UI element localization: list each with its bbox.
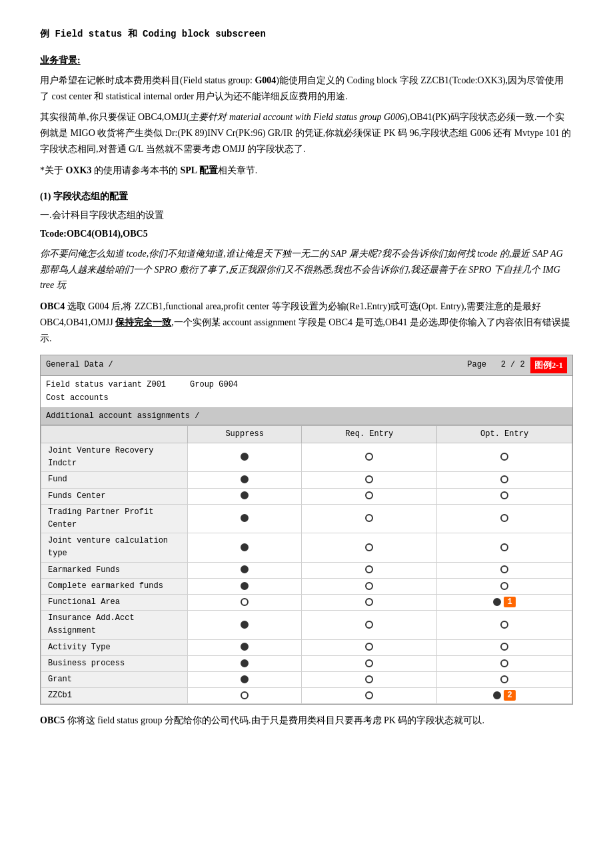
footer-para: OBC5 你将这 field status group 分配给你的公司代码.由于… xyxy=(40,713,573,729)
radio-opt-entry[interactable] xyxy=(437,639,572,655)
field-status-table: Suppress Req. Entry Opt. Entry Joint Ven… xyxy=(41,425,572,704)
row-label: Activity Type xyxy=(41,639,188,655)
table-row: Trading Partner Profit Center xyxy=(41,504,572,533)
badge-number-2: 2 xyxy=(504,690,515,701)
radio-req-entry[interactable] xyxy=(302,655,437,671)
radio-filled-icon xyxy=(241,491,249,499)
radio-opt-entry[interactable] xyxy=(437,533,572,562)
radio-suppress[interactable] xyxy=(188,688,302,704)
radio-opt-entry[interactable] xyxy=(437,611,572,639)
radio-opt-entry[interactable] xyxy=(437,562,572,578)
radio-opt-entry[interactable] xyxy=(437,488,572,504)
table-row: Functional Area1 xyxy=(41,594,572,610)
radio-opt-entry[interactable] xyxy=(437,443,572,472)
radio-empty-icon xyxy=(500,582,508,590)
table-row: Activity Type xyxy=(41,639,572,655)
para-2: 其实很简单,你只要保证 OBC4,OMJJ(主要针对 material acco… xyxy=(40,109,573,157)
radio-empty-icon xyxy=(500,475,508,483)
radio-suppress[interactable] xyxy=(188,443,302,472)
radio-empty-icon xyxy=(365,475,373,483)
radio-opt-entry[interactable] xyxy=(437,578,572,594)
radio-suppress[interactable] xyxy=(188,655,302,671)
sap-tab-additional: Additional account assignments / xyxy=(41,408,572,425)
radio-opt-entry[interactable] xyxy=(437,504,572,533)
col-header-opt-entry: Opt. Entry xyxy=(437,425,572,443)
radio-filled-icon xyxy=(493,691,501,699)
radio-filled-icon xyxy=(241,475,249,483)
radio-empty-icon xyxy=(365,691,373,699)
radio-opt-entry[interactable]: 1 xyxy=(437,594,572,610)
italic-para-1: 你不要问俺怎么知道 tcode,你们不知道俺知道,谁让俺是天下独一无二的 SAP… xyxy=(40,246,573,293)
radio-req-entry[interactable] xyxy=(302,533,437,562)
cost-accounts-line: Cost accounts xyxy=(46,392,567,405)
radio-opt-entry[interactable] xyxy=(437,671,572,687)
row-label: Funds Center xyxy=(41,488,188,504)
radio-opt-entry[interactable] xyxy=(437,472,572,488)
table-row: Funds Center xyxy=(41,488,572,504)
radio-suppress[interactable] xyxy=(188,504,302,533)
radio-empty-icon xyxy=(500,543,508,551)
radio-req-entry[interactable] xyxy=(302,578,437,594)
radio-empty-icon xyxy=(365,491,373,499)
radio-req-entry[interactable] xyxy=(302,443,437,472)
radio-empty-icon xyxy=(500,453,508,461)
bg-title: 业务背景: xyxy=(40,53,573,68)
sap-sub-header: Field status variant Z001 Group G004 Cos… xyxy=(41,376,572,407)
radio-suppress[interactable] xyxy=(188,472,302,488)
row-label: Fund xyxy=(41,472,188,488)
radio-opt-entry[interactable]: 2 xyxy=(437,688,572,704)
radio-suppress[interactable] xyxy=(188,488,302,504)
radio-filled-icon xyxy=(241,621,249,629)
row-label: Grant xyxy=(41,671,188,687)
radio-req-entry[interactable] xyxy=(302,688,437,704)
table-row: Business process xyxy=(41,655,572,671)
radio-req-entry[interactable] xyxy=(302,504,437,533)
radio-empty-icon xyxy=(365,453,373,461)
section1-sub: 一.会计科目字段状态组的设置 xyxy=(40,208,573,223)
radio-suppress[interactable] xyxy=(188,562,302,578)
para-3: *关于 OXK3 的使用请参考本书的 SPL 配置相关章节. xyxy=(40,163,573,179)
radio-req-entry[interactable] xyxy=(302,611,437,639)
radio-filled-icon xyxy=(241,453,249,461)
sap-table-container: Suppress Req. Entry Opt. Entry Joint Ven… xyxy=(41,425,572,704)
radio-empty-icon xyxy=(365,565,373,573)
radio-empty-icon xyxy=(500,659,508,667)
radio-filled-icon xyxy=(241,565,249,573)
radio-empty-icon xyxy=(365,621,373,629)
radio-filled-icon xyxy=(493,598,501,606)
radio-empty-icon xyxy=(365,582,373,590)
radio-empty-icon xyxy=(241,598,249,606)
radio-req-entry[interactable] xyxy=(302,488,437,504)
col-header-label xyxy=(41,425,188,443)
radio-suppress[interactable] xyxy=(188,639,302,655)
radio-empty-icon xyxy=(500,675,508,683)
radio-empty-icon xyxy=(365,659,373,667)
radio-suppress[interactable] xyxy=(188,594,302,610)
badge-number-1: 1 xyxy=(504,597,515,607)
radio-suppress[interactable] xyxy=(188,533,302,562)
radio-suppress[interactable] xyxy=(188,671,302,687)
radio-empty-icon xyxy=(500,643,508,651)
row-label: Functional Area xyxy=(41,594,188,610)
section-title: 例 Field status 和 Coding block subscreen xyxy=(40,27,573,41)
sap-screen: General Data / Page 2 / 2 图例2-1 Field st… xyxy=(40,355,573,705)
row-label: Joint Venture Recovery Indctr xyxy=(41,443,188,472)
section1-heading: (1) 字段状态组的配置 xyxy=(40,189,573,204)
row-label: Complete earmarked funds xyxy=(41,578,188,594)
radio-req-entry[interactable] xyxy=(302,472,437,488)
radio-empty-icon xyxy=(500,621,508,629)
table-row: Complete earmarked funds xyxy=(41,578,572,594)
radio-filled-icon xyxy=(241,659,249,667)
radio-req-entry[interactable] xyxy=(302,671,437,687)
para-1: 用户希望在记帐时成本费用类科目(Field status group: G004… xyxy=(40,73,573,105)
radio-req-entry[interactable] xyxy=(302,562,437,578)
radio-opt-entry[interactable] xyxy=(437,655,572,671)
radio-req-entry[interactable] xyxy=(302,639,437,655)
radio-suppress[interactable] xyxy=(188,578,302,594)
radio-suppress[interactable] xyxy=(188,611,302,639)
radio-req-entry[interactable] xyxy=(302,594,437,610)
main-container: 例 Field status 和 Coding block subscreen … xyxy=(40,27,573,729)
radio-empty-icon xyxy=(241,691,249,699)
field-status-line: Field status variant Z001 Group G004 xyxy=(46,379,567,391)
table-row: Joint venture calculation type xyxy=(41,533,572,562)
